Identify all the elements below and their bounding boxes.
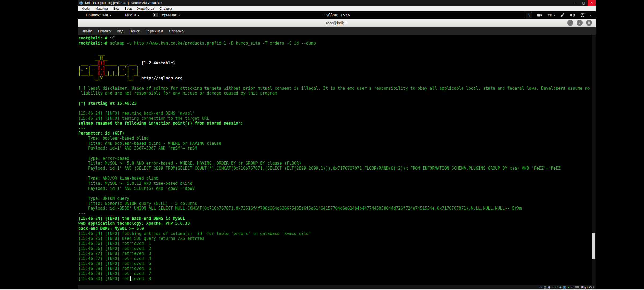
- terminal-menu-terminal[interactable]: Терминал: [143, 29, 166, 33]
- pen-tool-icon[interactable]: [560, 13, 565, 17]
- terminal-line: Type: AND/OR time-based blind: [78, 176, 591, 181]
- virtualbox-logo-icon: [79, 1, 83, 5]
- usb-icon[interactable]: ◈: [559, 286, 562, 289]
- terminal-line: [15:46:24] [INFO] resuming back-end DBMS…: [78, 111, 591, 116]
- places-menu[interactable]: Места ▾: [125, 13, 139, 17]
- terminal-line: |_ -| . [.] | .'| . |: [78, 66, 591, 71]
- vbox-minimize-button[interactable]: –: [572, 0, 580, 6]
- terminal-menu-file[interactable]: Файл: [80, 29, 95, 33]
- terminal-close-button[interactable]: ×: [586, 20, 592, 26]
- terminal-line: root@kali:~# ^C: [78, 36, 591, 41]
- terminal-line: [78, 81, 591, 86]
- chevron-down-icon: ▾: [138, 14, 139, 17]
- terminal-line: Title: MySQL >= 5.0.12 AND time-based bl…: [78, 181, 591, 186]
- mouse-integration-icon[interactable]: ⌖: [571, 286, 573, 289]
- terminal-menu-label: Терминал: [160, 13, 177, 17]
- terminal-maximize-button[interactable]: ▫: [577, 20, 583, 26]
- host-key-indicator: Right Ctrl: [581, 286, 594, 289]
- vbox-menu-devices[interactable]: Устройства: [134, 7, 157, 10]
- terminal-line: [78, 106, 591, 111]
- terminal-body[interactable]: root@kali:~# ^Croot@kali:~# sqlmap -u ht…: [78, 35, 596, 285]
- terminal-line: [15:46:30] [INFO] retrieved: 8: [78, 276, 591, 281]
- terminal-app-menu[interactable]: Терминал ▾: [153, 13, 181, 17]
- terminal-line: [78, 96, 591, 101]
- recording-icon[interactable]: ●: [568, 286, 569, 289]
- optical-disk-icon[interactable]: ◉: [548, 286, 551, 289]
- terminal-line: Title: Generic UNION query (NULL) - 5 co…: [78, 201, 591, 206]
- terminal-line: ---: [78, 126, 591, 131]
- virtualbox-window: Kali Linux (чистая) [Работает] - Oracle …: [78, 0, 596, 289]
- terminal-line: [15:46:29] [INFO] retrieved: 6: [78, 266, 591, 271]
- terminal-line: web application technology: Apache, PHP …: [78, 221, 591, 226]
- panel-overflow-chevron-icon[interactable]: ▾: [590, 14, 591, 17]
- terminal-titlebar[interactable]: root@kali: ~ − ▫ ×: [78, 19, 596, 27]
- display-icon[interactable]: ▭: [539, 286, 542, 289]
- terminal-scrollbar-handle[interactable]: [592, 233, 595, 259]
- volume-icon[interactable]: [570, 13, 575, 17]
- vm-screen: Приложения ▾ Места ▾ Терминал: [78, 11, 596, 285]
- chevron-down-icon: ▾: [179, 14, 180, 17]
- terminal-line: Payload: id=-8588' UNION ALL SELECT NULL…: [78, 206, 591, 211]
- panel-right-group: 1 en ▾: [526, 12, 596, 18]
- terminal-window-title: root@kali: ~: [326, 21, 348, 25]
- vbox-menubar: Файл Машина Вид Ввод Устройства Справка: [78, 6, 596, 11]
- vbox-menu-view[interactable]: Вид: [111, 7, 122, 10]
- shared-folders-icon[interactable]: ▣: [563, 286, 566, 289]
- hdd-icon[interactable]: ▤: [544, 286, 546, 289]
- terminal-line: [78, 151, 591, 156]
- terminal-scrollbar[interactable]: [592, 35, 596, 285]
- terminal-output: root@kali:~# ^Croot@kali:~# sqlmap -u ht…: [78, 36, 591, 281]
- keyboard-layout-label: en: [548, 13, 552, 17]
- terminal-line: [15:46:24] [INFO] the back-end DBMS is M…: [78, 216, 591, 221]
- screen-recorder-icon[interactable]: [537, 13, 543, 17]
- terminal-line: Type: UNION query: [78, 196, 591, 201]
- terminal-line: [15:46:29] [INFO] retrieved: 7: [78, 271, 591, 276]
- audio-icon[interactable]: ♪: [552, 286, 554, 289]
- terminal-line: ---: [78, 211, 591, 216]
- panel-clock[interactable]: Суббота, 15:46: [324, 13, 350, 17]
- terminal-menu-view[interactable]: Вид: [114, 29, 126, 33]
- terminal-line: ___: [78, 51, 591, 56]
- kali-top-panel: Приложения ▾ Места ▾ Терминал: [78, 11, 596, 19]
- workspace-switcher[interactable]: 1: [526, 12, 532, 18]
- terminal-line: Payload: id=1' AND SLEEP(5) AND 'dpWV'='…: [78, 186, 591, 191]
- terminal-line: Title: MySQL >= 5.0 AND error-based - WH…: [78, 161, 591, 166]
- chevron-down-icon: ▾: [110, 14, 111, 17]
- vbox-statusbar: ▭▤◉♪⇄◈▣●⌖⌨ Right Ctrl: [78, 285, 596, 289]
- keyboard-icon[interactable]: ⌨: [574, 286, 579, 289]
- terminal-menu-edit[interactable]: Правка: [95, 29, 114, 33]
- power-icon[interactable]: [580, 13, 585, 17]
- terminal-line: back-end DBMS: MySQL >= 5.0: [78, 226, 591, 231]
- terminal-line: [15:46:28] [INFO] retrieved: 5: [78, 261, 591, 266]
- terminal-line: Type: error-based: [78, 156, 591, 161]
- vbox-window-title: Kali Linux (чистая) [Работает] - Oracle …: [85, 1, 162, 5]
- terminal-menu-search[interactable]: Поиск: [126, 29, 143, 33]
- terminal-line: Title: AND boolean-based blind - WHERE o…: [78, 141, 591, 146]
- panel-left-group: Приложения ▾ Места ▾ Терминал: [86, 13, 194, 17]
- keyboard-layout-indicator[interactable]: en ▾: [548, 13, 555, 17]
- places-label: Места: [125, 13, 136, 17]
- vbox-menu-help[interactable]: Справка: [157, 7, 175, 10]
- network-icon[interactable]: ⇄: [555, 286, 558, 289]
- terminal-line: [*] starting at 15:46:23: [78, 101, 591, 106]
- terminal-line: [78, 46, 591, 51]
- terminal-line: [15:46:27] [INFO] retrieved: 4: [78, 256, 591, 261]
- vbox-titlebar[interactable]: Kali Linux (чистая) [Работает] - Oracle …: [78, 0, 596, 6]
- terminal-line: [15:46:24] [INFO] testing connection to …: [78, 116, 591, 121]
- terminal-line: [15:46:24] [INFO] fetching entries of co…: [78, 231, 591, 236]
- terminal-menu-help[interactable]: Справка: [166, 29, 186, 33]
- terminal-line: [78, 191, 591, 196]
- vbox-maximize-button[interactable]: ▢: [580, 0, 588, 6]
- terminal-minimize-button[interactable]: −: [567, 20, 573, 26]
- terminal-line: |___|_ [.]_|_|_|__,| _|: [78, 71, 591, 76]
- applications-menu[interactable]: Приложения ▾: [86, 13, 111, 17]
- vbox-status-icons: ▭▤◉♪⇄◈▣●⌖⌨: [539, 286, 579, 289]
- vbox-menu-file[interactable]: Файл: [79, 7, 93, 10]
- vbox-close-button[interactable]: ✕: [588, 0, 596, 6]
- terminal-line: [!] legal disclaimer: Usage of sqlmap fo…: [78, 86, 591, 91]
- terminal-icon: [153, 13, 158, 17]
- vbox-menu-machine[interactable]: Машина: [93, 7, 111, 10]
- vbox-menu-input[interactable]: Ввод: [122, 7, 135, 10]
- applications-label: Приложения: [86, 13, 108, 17]
- terminal-line: Payload: id=1' AND 3387=3387 AND 'rpSM'=…: [78, 146, 591, 151]
